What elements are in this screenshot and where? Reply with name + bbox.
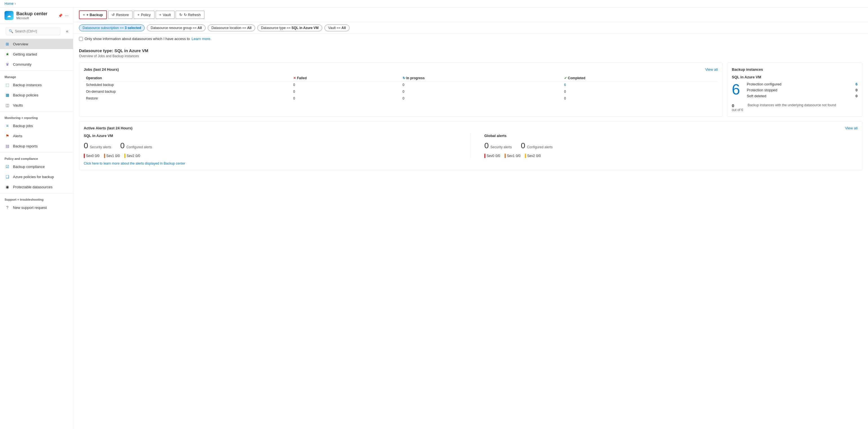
- completed-link-0[interactable]: 6: [564, 83, 566, 87]
- sev1-val-sql: 0/0: [115, 154, 120, 158]
- backup-plus-icon: +: [83, 13, 85, 17]
- access-filter-label[interactable]: Only show information about datasources …: [79, 37, 211, 41]
- sidebar-item-protectable-datasources[interactable]: ◉ Protectable datasources: [0, 182, 73, 192]
- jobs-view-all[interactable]: View all: [705, 67, 718, 71]
- sidebar-item-label-azure-policies: Azure policies for backup: [13, 175, 54, 179]
- filter-subscription[interactable]: Datasource subscription == 3 selected: [79, 25, 145, 31]
- refresh-button[interactable]: ↻ ↻ Refresh: [176, 11, 205, 19]
- backup-label: + Backup: [87, 13, 103, 17]
- breadcrumb-home[interactable]: Home: [4, 2, 13, 6]
- breadcrumb-separator: ›: [15, 2, 16, 6]
- sidebar-item-label-getting-started: Getting started: [13, 52, 37, 56]
- sidebar-item-new-support[interactable]: ? New support request: [0, 203, 73, 213]
- sidebar-item-getting-started[interactable]: ★ Getting started: [0, 49, 73, 59]
- access-filter-text: Only show information about datasources …: [85, 37, 190, 41]
- sidebar: ☁ Backup center Microsoft 📌 ⋯ 🔍 « ⊞ Over…: [0, 8, 73, 429]
- alerts-global-counts: 0 Security alerts 0 Configured alerts: [484, 141, 858, 150]
- backup-button[interactable]: + + Backup: [79, 10, 107, 19]
- sidebar-header: ☁ Backup center Microsoft 📌 ⋯: [0, 8, 73, 24]
- alerts-view-all[interactable]: View all: [845, 126, 858, 130]
- bi-stat-val-0[interactable]: 6: [856, 82, 858, 86]
- datasource-subheading: Overview of Jobs and Backup instances: [79, 54, 862, 58]
- filter-type[interactable]: Datasource type == SQL in Azure VM: [257, 25, 322, 31]
- sidebar-item-label-backup-compliance: Backup compliance: [13, 164, 45, 169]
- support-icon: ?: [4, 205, 10, 210]
- alert-sql-security-label: Security alerts: [90, 145, 111, 149]
- backup-jobs-icon: ≡: [4, 123, 10, 128]
- table-row: Scheduled backup 0 0 6: [84, 82, 718, 89]
- search-icon: 🔍: [9, 29, 13, 33]
- sidebar-item-azure-policies[interactable]: ❑ Azure policies for backup: [0, 172, 73, 182]
- job-op-0: Scheduled backup: [84, 82, 291, 89]
- policy-plus-icon: +: [137, 13, 140, 17]
- app-subtitle: Microsoft: [17, 17, 48, 20]
- alert-global-security-label: Security alerts: [491, 145, 512, 149]
- more-icon[interactable]: ⋯: [65, 13, 68, 18]
- collapse-button[interactable]: «: [64, 28, 71, 35]
- sidebar-item-community[interactable]: ♛ Community: [0, 59, 73, 69]
- alerts-sections-row: SQL in Azure VM 0 Security alerts 0 Conf…: [84, 133, 858, 158]
- sidebar-item-backup-instances[interactable]: ⬚ Backup instances: [0, 80, 73, 90]
- getting-started-icon: ★: [4, 51, 10, 57]
- alert-global-security-num: 0: [484, 141, 489, 150]
- app-logo: ☁: [4, 11, 13, 20]
- backup-policies-icon: ▦: [4, 92, 10, 98]
- breadcrumb-bar: Home ›: [0, 0, 868, 8]
- filter-resource-group[interactable]: Datasource resource group == All: [147, 25, 205, 31]
- jobs-card: Jobs (last 24 Hours) View all Operation …: [79, 63, 722, 117]
- sev-sql-1: Sev1 0/0: [104, 154, 120, 158]
- overview-icon: ⊞: [4, 41, 10, 47]
- search-box[interactable]: 🔍: [6, 27, 60, 35]
- sev2-label-global: Sev2: [527, 154, 535, 158]
- bi-stat-label-1: Protection stopped: [747, 88, 777, 92]
- sidebar-header-icons[interactable]: 📌 ⋯: [58, 13, 68, 18]
- sidebar-item-backup-jobs[interactable]: ≡ Backup jobs: [0, 121, 73, 131]
- breadcrumb: Home ›: [4, 2, 16, 6]
- table-row: On-demand backup 0 0 0: [84, 88, 718, 95]
- sev-global-2: Sev2 0/0: [525, 154, 541, 158]
- job-op-1: On-demand backup: [84, 88, 291, 95]
- bi-footer: 0 out of 6 Backup instances with the und…: [732, 103, 858, 112]
- filter-type-label: Datasource type == SQL in Azure VM: [261, 26, 318, 30]
- alerts-global-sev-row: Sev0 0/0 Sev1 0/0 Sev2 0/0: [484, 154, 858, 158]
- job-failed-1: 0: [291, 88, 400, 95]
- bi-stat-row-0: Protection configured 6: [747, 82, 858, 86]
- sidebar-item-backup-compliance[interactable]: ☑ Backup compliance: [0, 161, 73, 172]
- bi-stat-row-2: Soft deleted 0: [747, 94, 858, 98]
- sev0-val-sql: 0/0: [95, 154, 99, 158]
- nav-divider-1: [0, 70, 73, 71]
- search-input[interactable]: [15, 29, 57, 33]
- section-label-monitoring: Monitoring + reporting: [0, 113, 73, 121]
- vault-label: Vault: [163, 13, 171, 17]
- job-completed-1: 0: [562, 88, 718, 95]
- bi-stat-val-1: 0: [856, 88, 858, 92]
- policy-button[interactable]: + Policy: [134, 11, 154, 19]
- filter-vault[interactable]: Vault == All: [324, 25, 349, 31]
- filter-vault-label: Vault == All: [328, 26, 346, 30]
- sidebar-item-alerts[interactable]: ⚑ Alerts: [0, 131, 73, 141]
- alert-global-configured: 0 Configured alerts: [521, 141, 553, 150]
- pin-icon[interactable]: 📌: [58, 13, 63, 18]
- bi-stat-val-2: 0: [856, 94, 858, 98]
- vault-button[interactable]: + Vault: [156, 11, 175, 19]
- learn-more-link[interactable]: Learn more.: [192, 37, 211, 41]
- restore-button[interactable]: ↺ Restore: [108, 11, 133, 19]
- alerts-learn-more-link[interactable]: Click here to learn more about the alert…: [84, 161, 185, 165]
- sidebar-item-backup-policies[interactable]: ▦ Backup policies: [0, 90, 73, 100]
- sev1-bar-sql: [104, 154, 105, 158]
- sidebar-item-vaults[interactable]: ◫ Vaults: [0, 100, 73, 110]
- toolbar: + + Backup ↺ Restore + Policy + Vault ↻ …: [73, 8, 868, 22]
- alert-global-security: 0 Security alerts: [484, 141, 512, 150]
- backup-compliance-icon: ☑: [4, 164, 10, 170]
- sidebar-item-overview[interactable]: ⊞ Overview: [0, 39, 73, 49]
- job-inprogress-0: 0: [400, 82, 562, 89]
- bi-big-number: 6: [732, 82, 740, 97]
- alerts-section-global: Global alerts 0 Security alerts 0 Config…: [484, 133, 858, 158]
- filter-location-label: Datasource location == All: [211, 26, 251, 30]
- bi-title-text: Backup instances: [732, 67, 763, 71]
- policy-label: Policy: [141, 13, 151, 17]
- filter-location[interactable]: Datasource location == All: [208, 25, 255, 31]
- sidebar-item-label-new-support: New support request: [13, 206, 47, 210]
- access-filter-checkbox[interactable]: [79, 37, 83, 41]
- sidebar-item-backup-reports[interactable]: ▤ Backup reports: [0, 141, 73, 151]
